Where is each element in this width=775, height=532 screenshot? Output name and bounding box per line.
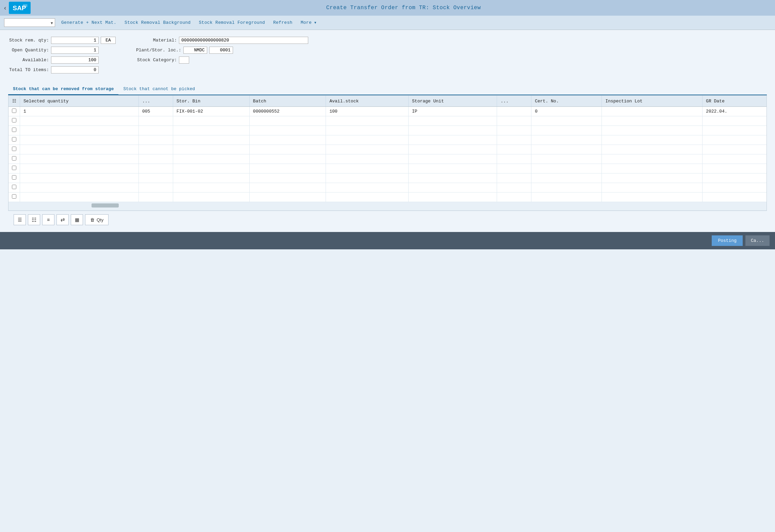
available-row: Available:	[8, 56, 116, 64]
toolbar-select[interactable]	[4, 18, 55, 27]
deselect-icon: ☷	[32, 217, 36, 223]
tab-not-pickable[interactable]: Stock that cannot be picked	[118, 84, 200, 95]
stock-category-row: Stock Category:	[136, 56, 308, 64]
align-right-button[interactable]: ⇄	[56, 214, 69, 225]
back-button[interactable]: ‹	[4, 4, 6, 12]
delete-qty-button[interactable]: 🗑 Qty	[85, 214, 109, 225]
table-header-row: ☷ Selected quantity ... Stor. Bin Batch …	[9, 96, 766, 107]
more-dropdown[interactable]: More ▾	[299, 19, 316, 27]
main-content: Stock rem. qty: Open Quantity: Available…	[0, 30, 775, 232]
page-title: Create Transfer Order from TR: Stock Ove…	[36, 5, 771, 11]
cell-storage-unit: IP	[409, 107, 497, 116]
available-input[interactable]	[51, 56, 99, 64]
deselect-button[interactable]: ☷	[28, 214, 40, 225]
cell-empty	[20, 116, 139, 126]
cell-selected-qty: 1	[20, 107, 139, 116]
row-checkbox-input[interactable]	[12, 118, 16, 122]
col-header-storage-unit: Storage Unit	[409, 96, 497, 107]
svg-marker-2	[23, 4, 28, 7]
cell-avail-stock: 100	[326, 107, 409, 116]
plant-stor-label: Plant/Stor. loc.:	[136, 48, 181, 53]
open-qty-label: Open Quantity:	[8, 48, 49, 53]
main-toolbar: Generate + Next Mat. Stock Removal Backg…	[0, 16, 775, 30]
table-row	[9, 145, 766, 154]
cell-dots2	[497, 107, 531, 116]
delete-icon: 🗑	[90, 217, 95, 222]
cancel-button[interactable]: Ca...	[745, 235, 770, 246]
stock-category-label: Stock Category:	[136, 57, 177, 63]
posting-button[interactable]: Posting	[712, 235, 743, 246]
refresh-button[interactable]: Refresh	[271, 19, 295, 27]
horizontal-scrollbar[interactable]	[9, 202, 766, 211]
col-header-batch: Batch	[249, 96, 326, 107]
row-checkbox-input[interactable]	[12, 109, 16, 113]
col-header-cert-no: Cert. No.	[531, 96, 602, 107]
sap-logo: SAP	[9, 2, 31, 14]
available-label: Available:	[8, 57, 49, 63]
form-left: Stock rem. qty: Open Quantity: Available…	[8, 37, 116, 73]
material-input[interactable]	[179, 37, 308, 44]
row-checkbox-input[interactable]	[12, 166, 16, 170]
calculator-button[interactable]: ▦	[71, 214, 83, 225]
app-footer: Posting Ca...	[0, 232, 775, 249]
table-wrapper[interactable]: ☷ Selected quantity ... Stor. Bin Batch …	[9, 96, 766, 211]
total-to-input[interactable]	[51, 66, 99, 73]
stock-removal-background-button[interactable]: Stock Removal Background	[122, 19, 193, 27]
stock-rem-qty-row: Stock rem. qty:	[8, 37, 116, 44]
col-header-inspection-lot: Inspection Lot	[602, 96, 703, 107]
stor-loc-input[interactable]	[209, 47, 233, 54]
col-header-dots2: ...	[497, 96, 531, 107]
form-section: Stock rem. qty: Open Quantity: Available…	[8, 37, 767, 73]
align-left-button[interactable]: ≡	[42, 214, 54, 225]
row-checkbox-input[interactable]	[12, 147, 16, 151]
total-to-row: Total TO items:	[8, 66, 116, 73]
col-header-checkbox: ☷	[9, 96, 20, 107]
stock-category-input[interactable]	[179, 56, 189, 64]
open-qty-input[interactable]	[51, 47, 99, 54]
select-all-icon[interactable]: ☷	[12, 99, 16, 104]
tabs-section: Stock that can be removed from storage S…	[8, 84, 767, 95]
col-header-dots1: ...	[138, 96, 173, 107]
calculator-icon: ▦	[75, 217, 79, 222]
cell-gr-date: 2022.04.	[703, 107, 766, 116]
row-checkbox-input[interactable]	[12, 175, 16, 180]
cell-cert-no: 0	[531, 107, 602, 116]
more-button[interactable]: More	[299, 19, 314, 27]
col-header-selected-qty: Selected quantity	[20, 96, 139, 107]
qty-label: Qty	[97, 217, 103, 222]
row-checkbox-input[interactable]	[12, 185, 16, 189]
table-row	[9, 183, 766, 193]
cell-inspection-lot	[602, 107, 703, 116]
scrollbar-thumb[interactable]	[92, 203, 119, 207]
plant-input[interactable]	[183, 47, 207, 54]
col-header-stor-bin: Stor. Bin	[173, 96, 249, 107]
bottom-toolbar: ☰ ☷ ≡ ⇄ ▦ 🗑 Qty	[8, 211, 767, 229]
row-checkbox[interactable]	[9, 116, 20, 126]
table-row	[9, 154, 766, 164]
stock-rem-qty-unit-input[interactable]	[101, 37, 116, 44]
align-right-icon: ⇄	[61, 217, 65, 223]
row-checkbox-input[interactable]	[12, 194, 16, 199]
col-header-avail-stock: Avail.stock	[326, 96, 409, 107]
align-left-icon: ≡	[47, 217, 50, 222]
form-right: Material: Plant/Stor. loc.: Stock Catego…	[136, 37, 308, 73]
tab-removable[interactable]: Stock that can be removed from storage	[8, 84, 118, 95]
cell-dots1: 005	[138, 107, 173, 116]
app-header: ‹ SAP Create Transfer Order from TR: Sto…	[0, 0, 775, 16]
stock-table: ☷ Selected quantity ... Stor. Bin Batch …	[9, 96, 766, 211]
toolbar-select-wrap[interactable]	[4, 18, 55, 27]
generate-next-mat-button[interactable]: Generate + Next Mat.	[59, 19, 118, 27]
table-row	[9, 116, 766, 126]
row-checkbox-input[interactable]	[12, 137, 16, 142]
row-checkbox-input[interactable]	[12, 156, 16, 161]
row-checkbox-input[interactable]	[12, 128, 16, 132]
select-all-button[interactable]: ☰	[14, 214, 26, 225]
plant-stor-row: Plant/Stor. loc.:	[136, 47, 308, 54]
table-row	[9, 173, 766, 183]
table-row	[9, 164, 766, 173]
table-row: 1 005 FIX-001-02 0000000552 100 IP 0 202…	[9, 107, 766, 116]
row-checkbox[interactable]	[9, 107, 20, 116]
stock-removal-foreground-button[interactable]: Stock Removal Foreground	[197, 19, 267, 27]
stock-rem-qty-input[interactable]	[51, 37, 99, 44]
select-all-icon: ☰	[18, 217, 22, 222]
